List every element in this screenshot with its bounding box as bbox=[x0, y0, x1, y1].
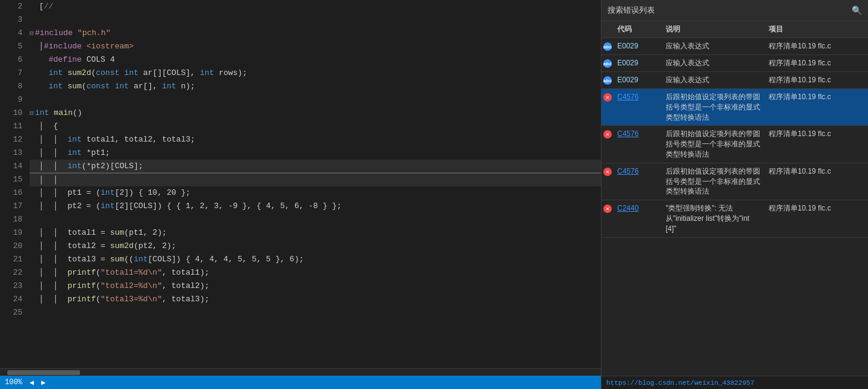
code-line-15: │ │ bbox=[30, 173, 601, 186]
line-num-12: 12 bbox=[0, 133, 22, 146]
info-icon-2: abc bbox=[603, 59, 612, 68]
line-num-23: 23 bbox=[0, 279, 22, 293]
code-line-10: ⊟int main() bbox=[30, 106, 601, 120]
error-icon-3: abc bbox=[601, 74, 614, 85]
error-circle-7: ✕ bbox=[603, 204, 612, 213]
nav-left-btn[interactable]: ◀ bbox=[30, 378, 34, 387]
code-text-2: E0029 bbox=[617, 59, 638, 67]
code-line-3 bbox=[30, 13, 601, 27]
line-num-2: 2 bbox=[0, 0, 22, 13]
code-line-13: │ │ int *pt1; bbox=[30, 146, 601, 160]
code-line-21: │ │ total3 = sum((int[COLS]) { 4, 4, 4, … bbox=[30, 253, 601, 266]
line-num-8: 8 bbox=[0, 80, 22, 93]
line-num-18: 18 bbox=[0, 213, 22, 226]
code-line-9 bbox=[30, 93, 601, 106]
line-num-15: 15 bbox=[0, 173, 22, 186]
line-num-25: 25 bbox=[0, 306, 22, 319]
error-code-2: E0029 bbox=[614, 57, 662, 70]
info-icon-3: abc bbox=[603, 76, 612, 85]
code-area[interactable]: [// ⊟#include "pch.h" │#include <iostrea… bbox=[27, 0, 601, 368]
error-icon-5: ✕ bbox=[601, 128, 614, 139]
error-row-1[interactable]: abc E0029 应输入表达式 程序清单10.19 flc.c bbox=[601, 38, 868, 55]
code-text-7[interactable]: C2440 bbox=[617, 204, 638, 212]
error-row-5[interactable]: ✕ C4576 后跟初始值设定项列表的带圆括号类型是一个非标准的显式类型转换语法… bbox=[601, 126, 868, 163]
editor-panel: 2 3 4 5 6 7 8 9 10 11 12 13 14 15 16 17 … bbox=[0, 0, 601, 389]
line-num-14: 14 bbox=[0, 160, 22, 173]
line-num-3: 3 bbox=[0, 13, 22, 27]
info-icon-1: abc bbox=[603, 42, 612, 51]
zoom-level: 100% bbox=[5, 378, 22, 387]
line-num-9: 9 bbox=[0, 93, 22, 106]
code-line-18 bbox=[30, 213, 601, 226]
panel-header: 搜索错误列表 🔍 bbox=[601, 0, 868, 21]
line-num-24: 24 bbox=[0, 293, 22, 306]
error-code-5: C4576 bbox=[614, 128, 662, 140]
code-line-7: int sum2d(const int ar[][COLS], int rows… bbox=[30, 67, 601, 80]
error-row-2[interactable]: abc E0029 应输入表达式 程序清单10.19 flc.c bbox=[601, 55, 868, 72]
error-table: 代码 说明 项目 abc E0029 应输入表达式 程序清单10.19 flc.… bbox=[601, 21, 868, 376]
error-circle-5: ✕ bbox=[603, 130, 612, 139]
code-line-19: │ │ total1 = sum(pt1, 2); bbox=[30, 226, 601, 240]
error-code-1: E0029 bbox=[614, 40, 662, 53]
line-num-16: 16 bbox=[0, 186, 22, 200]
error-desc-5: 后跟初始值设定项列表的带圆括号类型是一个非标准的显式类型转换语法 bbox=[662, 128, 765, 160]
code-line-16: │ │ pt1 = (int[2]) { 10, 20 }; bbox=[30, 186, 601, 200]
code-line-24: │ │ printf("total3=%d\n", total3); bbox=[30, 293, 601, 306]
panel-title: 搜索错误列表 bbox=[608, 5, 655, 16]
line-num-13: 13 bbox=[0, 146, 22, 160]
error-icon-2: abc bbox=[601, 57, 614, 68]
error-row-4[interactable]: ✕ C4576 后跟初始值设定项列表的带圆括号类型是一个非标准的显式类型转换语法… bbox=[601, 89, 868, 126]
col-header-code: 代码 bbox=[614, 24, 662, 34]
error-desc-7: "类型强制转换": 无法从"initializer list"转换为"int [… bbox=[662, 202, 765, 235]
code-text-6[interactable]: C4576 bbox=[617, 167, 638, 175]
code-text-1: E0029 bbox=[617, 42, 638, 50]
error-project-4: 程序清单10.19 flc.c bbox=[765, 91, 868, 103]
code-line-5: │#include <iostream> bbox=[30, 40, 601, 53]
line-num-19: 19 bbox=[0, 226, 22, 240]
error-desc-3: 应输入表达式 bbox=[662, 74, 765, 87]
search-icon[interactable]: 🔍 bbox=[852, 5, 862, 16]
error-icon-4: ✕ bbox=[601, 91, 614, 102]
error-icon-7: ✕ bbox=[601, 202, 614, 213]
error-icon-1: abc bbox=[601, 40, 614, 51]
code-line-8: int sum(const int ar[], int n); bbox=[30, 80, 601, 93]
nav-right-btn[interactable]: ▶ bbox=[41, 378, 45, 387]
line-num-22: 22 bbox=[0, 266, 22, 279]
fold-icon-4[interactable]: ⊟ bbox=[30, 27, 34, 40]
code-line-22: │ │ printf("total1=%d\n", total1); bbox=[30, 266, 601, 279]
code-line-17: │ │ pt2 = (int[2][COLS]) { { 1, 2, 3, -9… bbox=[30, 200, 601, 213]
error-row-3[interactable]: abc E0029 应输入表达式 程序清单10.19 flc.c bbox=[601, 72, 868, 89]
error-desc-1: 应输入表达式 bbox=[662, 40, 765, 53]
error-row-6[interactable]: ✕ C4576 后跟初始值设定项列表的带圆括号类型是一个非标准的显式类型转换语法… bbox=[601, 163, 868, 200]
error-desc-4: 后跟初始值设定项列表的带圆括号类型是一个非标准的显式类型转换语法 bbox=[662, 91, 765, 123]
table-header: 代码 说明 项目 bbox=[601, 21, 868, 38]
code-text-5[interactable]: C4576 bbox=[617, 129, 638, 138]
panel-footer: https://blog.csdn.net/weixin_43822957 bbox=[601, 376, 868, 389]
error-circle-4: ✕ bbox=[603, 93, 612, 102]
error-project-6: 程序清单10.19 flc.c bbox=[765, 165, 868, 178]
col-header-desc: 说明 bbox=[662, 24, 765, 34]
code-line-4: ⊟#include "pch.h" bbox=[30, 27, 601, 40]
error-circle-6: ✕ bbox=[603, 168, 612, 176]
line-num-17: 17 bbox=[0, 200, 22, 213]
error-desc-2: 应输入表达式 bbox=[662, 57, 765, 70]
col-header-project: 项目 bbox=[765, 24, 868, 34]
code-text-3: E0029 bbox=[617, 76, 638, 84]
code-line-2: [// bbox=[30, 0, 601, 13]
error-row-7[interactable]: ✕ C2440 "类型强制转换": 无法从"initializer list"转… bbox=[601, 200, 868, 237]
editor-content: 2 3 4 5 6 7 8 9 10 11 12 13 14 15 16 17 … bbox=[0, 0, 601, 368]
line-num-20: 20 bbox=[0, 240, 22, 253]
code-text-4[interactable]: C4576 bbox=[617, 93, 638, 101]
editor-scrollbar-h[interactable] bbox=[0, 368, 601, 376]
line-num-4: 4 bbox=[0, 27, 22, 40]
error-project-5: 程序清单10.19 flc.c bbox=[765, 128, 868, 140]
fold-icon-10[interactable]: ⊟ bbox=[30, 106, 34, 120]
code-line-14: │ │ int(*pt2)[COLS]; bbox=[30, 160, 601, 173]
error-project-3: 程序清单10.19 flc.c bbox=[765, 74, 868, 87]
scrollbar-thumb[interactable] bbox=[7, 370, 80, 375]
error-project-2: 程序清单10.19 flc.c bbox=[765, 57, 868, 70]
line-num-5: 5 bbox=[0, 40, 22, 53]
footer-url[interactable]: https://blog.csdn.net/weixin_43822957 bbox=[606, 379, 754, 387]
code-line-20: │ │ total2 = sum2d(pt2, 2); bbox=[30, 240, 601, 253]
error-project-7: 程序清单10.19 flc.c bbox=[765, 202, 868, 215]
